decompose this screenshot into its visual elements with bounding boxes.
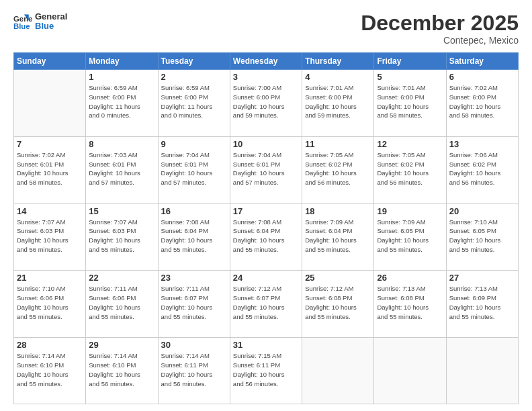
week-row-5: 28Sunrise: 7:14 AM Sunset: 6:10 PM Dayli…	[14, 338, 519, 404]
calendar-cell: 4Sunrise: 7:01 AM Sunset: 6:00 PM Daylig…	[302, 70, 374, 137]
day-info: Sunrise: 6:59 AM Sunset: 6:00 PM Dayligh…	[161, 83, 227, 120]
day-info: Sunrise: 7:14 AM Sunset: 6:10 PM Dayligh…	[17, 351, 83, 388]
calendar-cell: 19Sunrise: 7:09 AM Sunset: 6:05 PM Dayli…	[374, 203, 446, 271]
day-info: Sunrise: 7:13 AM Sunset: 6:09 PM Dayligh…	[449, 284, 515, 321]
calendar-cell: 15Sunrise: 7:07 AM Sunset: 6:03 PM Dayli…	[86, 203, 158, 271]
calendar-cell: 9Sunrise: 7:04 AM Sunset: 6:01 PM Daylig…	[158, 136, 230, 203]
day-info: Sunrise: 7:02 AM Sunset: 6:01 PM Dayligh…	[17, 150, 83, 187]
calendar-cell: 5Sunrise: 7:01 AM Sunset: 6:00 PM Daylig…	[374, 70, 446, 137]
day-number: 25	[305, 273, 371, 283]
weekday-header-thursday: Thursday	[302, 53, 374, 70]
calendar-cell: 25Sunrise: 7:12 AM Sunset: 6:08 PM Dayli…	[302, 271, 374, 338]
weekday-header-tuesday: Tuesday	[158, 53, 230, 70]
day-info: Sunrise: 7:11 AM Sunset: 6:06 PM Dayligh…	[89, 284, 154, 321]
calendar-cell: 22Sunrise: 7:11 AM Sunset: 6:06 PM Dayli…	[86, 271, 158, 338]
day-info: Sunrise: 7:05 AM Sunset: 6:02 PM Dayligh…	[305, 150, 371, 187]
day-number: 4	[305, 72, 371, 82]
calendar-cell	[302, 338, 374, 404]
calendar-cell: 28Sunrise: 7:14 AM Sunset: 6:10 PM Dayli…	[14, 338, 86, 404]
week-row-3: 14Sunrise: 7:07 AM Sunset: 6:03 PM Dayli…	[14, 203, 519, 271]
day-info: Sunrise: 7:09 AM Sunset: 6:04 PM Dayligh…	[305, 218, 371, 255]
day-info: Sunrise: 7:01 AM Sunset: 6:00 PM Dayligh…	[377, 83, 443, 120]
day-number: 23	[161, 273, 227, 283]
day-info: Sunrise: 7:13 AM Sunset: 6:08 PM Dayligh…	[377, 284, 443, 321]
logo-general-text: General	[35, 12, 67, 21]
day-number: 29	[89, 340, 154, 350]
calendar-cell: 26Sunrise: 7:13 AM Sunset: 6:08 PM Dayli…	[374, 271, 446, 338]
day-number: 11	[305, 139, 371, 149]
day-number: 2	[161, 72, 227, 82]
day-info: Sunrise: 7:01 AM Sunset: 6:00 PM Dayligh…	[305, 83, 371, 120]
day-info: Sunrise: 7:09 AM Sunset: 6:05 PM Dayligh…	[377, 218, 443, 255]
day-info: Sunrise: 7:02 AM Sunset: 6:00 PM Dayligh…	[449, 83, 515, 120]
calendar-cell: 2Sunrise: 6:59 AM Sunset: 6:00 PM Daylig…	[158, 70, 230, 137]
day-number: 31	[233, 340, 299, 350]
calendar-cell: 20Sunrise: 7:10 AM Sunset: 6:05 PM Dayli…	[446, 203, 518, 271]
weekday-header-monday: Monday	[86, 53, 158, 70]
calendar-cell: 3Sunrise: 7:00 AM Sunset: 6:00 PM Daylig…	[230, 70, 302, 137]
day-number: 21	[17, 273, 83, 283]
calendar-cell: 27Sunrise: 7:13 AM Sunset: 6:09 PM Dayli…	[446, 271, 518, 338]
calendar-table: SundayMondayTuesdayWednesdayThursdayFrid…	[13, 52, 519, 404]
calendar-cell: 7Sunrise: 7:02 AM Sunset: 6:01 PM Daylig…	[14, 136, 86, 203]
calendar-cell	[14, 70, 86, 137]
day-info: Sunrise: 7:08 AM Sunset: 6:04 PM Dayligh…	[233, 218, 299, 255]
calendar-cell: 23Sunrise: 7:11 AM Sunset: 6:07 PM Dayli…	[158, 271, 230, 338]
calendar-cell: 31Sunrise: 7:15 AM Sunset: 6:11 PM Dayli…	[230, 338, 302, 404]
day-info: Sunrise: 7:10 AM Sunset: 6:06 PM Dayligh…	[17, 284, 83, 321]
calendar-cell: 12Sunrise: 7:05 AM Sunset: 6:02 PM Dayli…	[374, 136, 446, 203]
logo: General Blue General Blue	[13, 12, 67, 32]
calendar-cell	[374, 338, 446, 404]
svg-text:Blue: Blue	[13, 22, 30, 30]
header: General Blue General Blue December 2025 …	[13, 12, 519, 46]
day-number: 6	[449, 72, 515, 82]
calendar-cell: 30Sunrise: 7:14 AM Sunset: 6:11 PM Dayli…	[158, 338, 230, 404]
day-info: Sunrise: 7:03 AM Sunset: 6:01 PM Dayligh…	[89, 150, 154, 187]
logo-blue-text: Blue	[35, 21, 67, 31]
day-info: Sunrise: 7:04 AM Sunset: 6:01 PM Dayligh…	[233, 150, 299, 187]
calendar-cell: 14Sunrise: 7:07 AM Sunset: 6:03 PM Dayli…	[14, 203, 86, 271]
location: Contepec, Mexico	[361, 35, 519, 46]
week-row-2: 7Sunrise: 7:02 AM Sunset: 6:01 PM Daylig…	[14, 136, 519, 203]
day-number: 8	[89, 139, 154, 149]
page: General Blue General Blue December 2025 …	[0, 0, 532, 411]
day-number: 27	[449, 273, 515, 283]
weekday-header-wednesday: Wednesday	[230, 53, 302, 70]
week-row-4: 21Sunrise: 7:10 AM Sunset: 6:06 PM Dayli…	[14, 271, 519, 338]
day-number: 16	[161, 206, 227, 216]
day-number: 13	[449, 139, 515, 149]
day-info: Sunrise: 7:07 AM Sunset: 6:03 PM Dayligh…	[17, 218, 83, 255]
calendar-cell: 17Sunrise: 7:08 AM Sunset: 6:04 PM Dayli…	[230, 203, 302, 271]
weekday-header-row: SundayMondayTuesdayWednesdayThursdayFrid…	[14, 53, 519, 70]
day-number: 17	[233, 206, 299, 216]
day-info: Sunrise: 7:06 AM Sunset: 6:02 PM Dayligh…	[449, 150, 515, 187]
calendar-cell: 21Sunrise: 7:10 AM Sunset: 6:06 PM Dayli…	[14, 271, 86, 338]
day-info: Sunrise: 7:04 AM Sunset: 6:01 PM Dayligh…	[161, 150, 227, 187]
day-info: Sunrise: 7:14 AM Sunset: 6:10 PM Dayligh…	[89, 351, 154, 388]
week-row-1: 1Sunrise: 6:59 AM Sunset: 6:00 PM Daylig…	[14, 70, 519, 137]
calendar-cell: 8Sunrise: 7:03 AM Sunset: 6:01 PM Daylig…	[86, 136, 158, 203]
day-info: Sunrise: 6:59 AM Sunset: 6:00 PM Dayligh…	[89, 83, 154, 120]
day-number: 18	[305, 206, 371, 216]
logo-icon: General Blue	[13, 12, 32, 31]
day-number: 20	[449, 206, 515, 216]
day-info: Sunrise: 7:05 AM Sunset: 6:02 PM Dayligh…	[377, 150, 443, 187]
calendar-cell: 29Sunrise: 7:14 AM Sunset: 6:10 PM Dayli…	[86, 338, 158, 404]
month-title: December 2025	[361, 12, 519, 34]
calendar-cell: 13Sunrise: 7:06 AM Sunset: 6:02 PM Dayli…	[446, 136, 518, 203]
calendar-cell: 10Sunrise: 7:04 AM Sunset: 6:01 PM Dayli…	[230, 136, 302, 203]
day-info: Sunrise: 7:07 AM Sunset: 6:03 PM Dayligh…	[89, 218, 154, 255]
day-number: 15	[89, 206, 154, 216]
day-number: 12	[377, 139, 443, 149]
day-info: Sunrise: 7:12 AM Sunset: 6:08 PM Dayligh…	[305, 284, 371, 321]
day-info: Sunrise: 7:14 AM Sunset: 6:11 PM Dayligh…	[161, 351, 227, 388]
day-number: 24	[233, 273, 299, 283]
day-number: 28	[17, 340, 83, 350]
calendar-cell: 24Sunrise: 7:12 AM Sunset: 6:07 PM Dayli…	[230, 271, 302, 338]
calendar-cell: 6Sunrise: 7:02 AM Sunset: 6:00 PM Daylig…	[446, 70, 518, 137]
weekday-header-sunday: Sunday	[14, 53, 86, 70]
day-info: Sunrise: 7:15 AM Sunset: 6:11 PM Dayligh…	[233, 351, 299, 388]
title-block: December 2025 Contepec, Mexico	[361, 12, 519, 46]
calendar-cell: 1Sunrise: 6:59 AM Sunset: 6:00 PM Daylig…	[86, 70, 158, 137]
day-number: 1	[89, 72, 154, 82]
